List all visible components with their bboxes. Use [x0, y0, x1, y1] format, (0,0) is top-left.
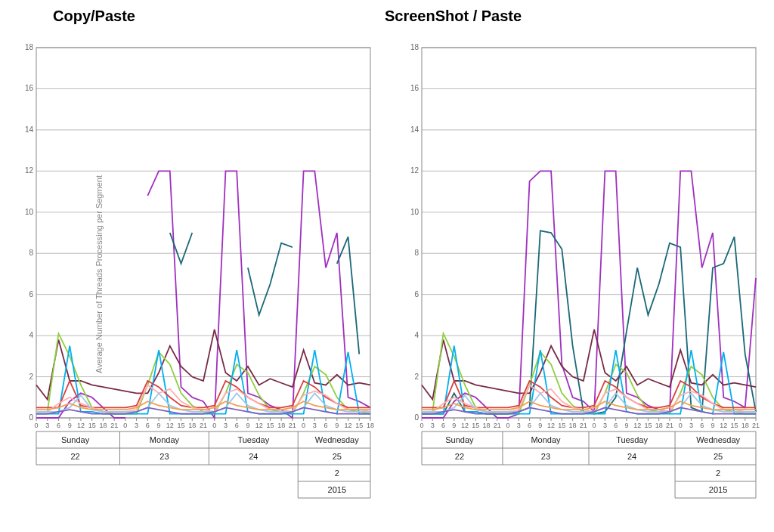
svg-text:12: 12 [547, 422, 555, 429]
svg-text:18: 18 [277, 422, 285, 429]
svg-text:6: 6 [528, 422, 531, 429]
svg-text:12: 12 [410, 166, 420, 175]
svg-text:3: 3 [313, 422, 317, 429]
svg-text:22: 22 [455, 452, 464, 461]
svg-text:21: 21 [752, 422, 760, 429]
svg-text:6: 6 [146, 422, 150, 429]
svg-text:6: 6 [700, 422, 704, 429]
svg-text:24: 24 [249, 452, 258, 461]
svg-text:2: 2 [29, 373, 33, 381]
svg-text:Sunday: Sunday [445, 435, 474, 444]
svg-text:3: 3 [431, 422, 435, 429]
svg-text:2: 2 [414, 373, 419, 381]
svg-text:21: 21 [580, 422, 587, 429]
svg-text:15: 15 [644, 422, 652, 429]
svg-text:2: 2 [716, 469, 720, 478]
svg-text:0: 0 [34, 422, 38, 429]
svg-text:15: 15 [266, 422, 274, 429]
svg-text:18: 18 [483, 422, 491, 429]
svg-text:3: 3 [45, 422, 49, 429]
svg-text:15: 15 [88, 422, 96, 429]
chart-left: Average Number of Threads Processing per… [8, 40, 378, 509]
chart-right: 0246810121416180369121518210369121518210… [401, 40, 763, 509]
svg-rect-20 [36, 48, 370, 418]
svg-text:21: 21 [494, 422, 501, 429]
svg-text:0: 0 [302, 422, 305, 429]
svg-text:14: 14 [25, 125, 34, 134]
svg-text:Wednesday: Wednesday [696, 435, 740, 444]
svg-text:2015: 2015 [709, 485, 727, 494]
chart-title-left: Copy/Paste [53, 8, 135, 25]
svg-text:0: 0 [123, 422, 127, 429]
svg-text:12: 12 [633, 422, 641, 429]
svg-text:23: 23 [541, 452, 550, 461]
svg-text:16: 16 [25, 84, 34, 92]
svg-text:6: 6 [614, 422, 618, 429]
svg-text:9: 9 [452, 422, 456, 429]
svg-text:25: 25 [333, 452, 342, 461]
y-axis-label: Average Number of Threads Processing per… [94, 175, 104, 373]
svg-text:9: 9 [157, 422, 161, 429]
svg-text:0: 0 [679, 422, 683, 429]
svg-text:6: 6 [235, 422, 239, 429]
svg-text:12: 12 [720, 422, 727, 429]
svg-text:21: 21 [200, 422, 207, 429]
svg-text:3: 3 [224, 422, 228, 429]
svg-text:9: 9 [711, 422, 714, 429]
chart-title-right: ScreenShot / Paste [385, 8, 522, 25]
svg-text:18: 18 [188, 422, 196, 429]
svg-text:18: 18 [25, 43, 34, 51]
svg-text:4: 4 [29, 331, 33, 339]
svg-text:0: 0 [593, 422, 596, 429]
svg-text:Monday: Monday [531, 435, 561, 444]
svg-text:Tuesday: Tuesday [616, 435, 648, 444]
svg-text:18: 18 [655, 422, 663, 429]
svg-text:2: 2 [335, 469, 339, 478]
svg-text:3: 3 [517, 422, 521, 429]
svg-text:15: 15 [558, 422, 565, 429]
svg-text:15: 15 [730, 422, 738, 429]
svg-text:6: 6 [414, 290, 419, 298]
svg-text:Tuesday: Tuesday [237, 435, 269, 444]
svg-text:12: 12 [25, 166, 34, 175]
svg-text:18: 18 [99, 422, 107, 429]
svg-text:3: 3 [603, 422, 607, 429]
svg-text:Sunday: Sunday [61, 435, 90, 444]
svg-text:12: 12 [255, 422, 263, 429]
svg-text:0: 0 [506, 422, 510, 429]
svg-text:Wednesday: Wednesday [315, 435, 359, 444]
svg-text:12: 12 [77, 422, 85, 429]
svg-text:12: 12 [345, 422, 352, 429]
svg-text:23: 23 [159, 452, 169, 461]
svg-text:0: 0 [212, 422, 216, 429]
svg-text:16: 16 [410, 84, 420, 92]
svg-text:18: 18 [410, 43, 420, 51]
svg-text:15: 15 [355, 422, 363, 429]
svg-text:0: 0 [420, 422, 423, 429]
svg-text:18: 18 [741, 422, 749, 429]
svg-text:6: 6 [441, 422, 445, 429]
svg-text:21: 21 [289, 422, 296, 429]
svg-text:3: 3 [689, 422, 693, 429]
svg-text:15: 15 [178, 422, 185, 429]
svg-text:2015: 2015 [328, 485, 346, 494]
svg-text:12: 12 [166, 422, 174, 429]
svg-text:6: 6 [324, 422, 328, 429]
svg-text:12: 12 [461, 422, 469, 429]
svg-text:9: 9 [246, 422, 249, 429]
svg-text:0: 0 [414, 413, 419, 422]
svg-text:9: 9 [538, 422, 542, 429]
svg-text:18: 18 [569, 422, 577, 429]
svg-text:6: 6 [29, 290, 33, 298]
svg-text:10: 10 [410, 208, 420, 216]
svg-text:22: 22 [70, 452, 79, 461]
svg-text:21: 21 [110, 422, 118, 429]
svg-text:8: 8 [29, 249, 33, 257]
svg-text:18: 18 [367, 422, 374, 429]
svg-text:4: 4 [414, 331, 419, 339]
svg-text:9: 9 [624, 422, 628, 429]
svg-text:6: 6 [57, 422, 60, 429]
svg-text:9: 9 [335, 422, 339, 429]
svg-text:14: 14 [410, 125, 420, 134]
svg-text:9: 9 [68, 422, 72, 429]
